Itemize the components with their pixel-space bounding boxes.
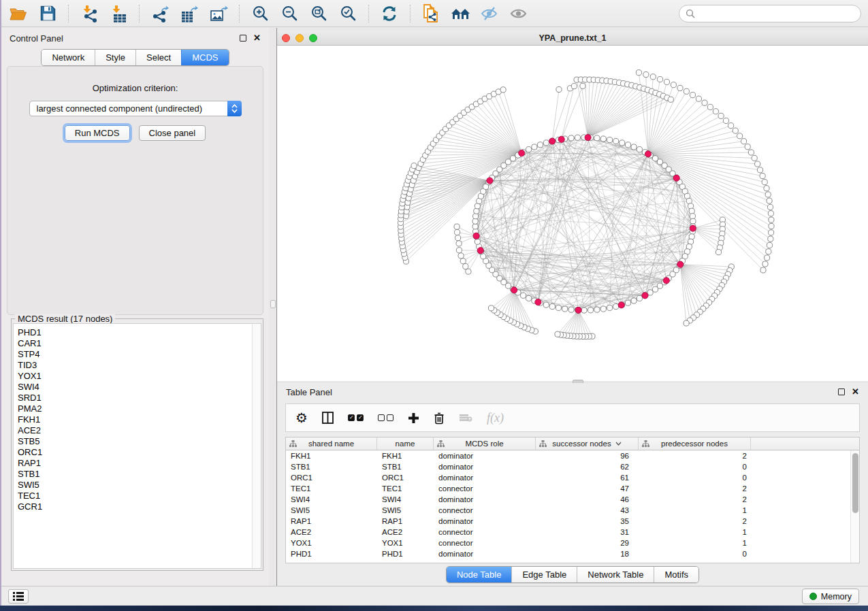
graph-node[interactable] — [755, 161, 760, 167]
close-panel-icon[interactable]: ✕ — [253, 35, 261, 42]
graph-node[interactable] — [690, 93, 695, 98]
first-neighbors-button[interactable] — [449, 3, 472, 24]
mcds-result-item[interactable]: PHD1 — [18, 327, 252, 338]
graph-node[interactable] — [472, 218, 478, 224]
mcds-result-item[interactable]: PMA2 — [18, 403, 252, 414]
graph-node[interactable] — [702, 100, 707, 105]
zoom-out-button[interactable] — [278, 3, 301, 24]
graph-node[interactable] — [707, 104, 713, 110]
graph-node[interactable] — [671, 82, 676, 88]
tab-style[interactable]: Style — [95, 50, 135, 65]
graph-node[interactable] — [526, 147, 532, 152]
graph-node[interactable] — [543, 140, 549, 146]
graph-node[interactable] — [625, 300, 630, 306]
table-row[interactable]: TEC1TEC1connector472 — [286, 483, 850, 494]
graph-node[interactable] — [562, 306, 568, 312]
table-scrollbar[interactable] — [850, 450, 859, 563]
mcds-result-item[interactable]: STB1 — [18, 469, 252, 480]
graph-node[interactable] — [769, 217, 774, 222]
graph-node[interactable] — [501, 163, 507, 168]
graph-node[interactable] — [607, 137, 613, 143]
graph-node[interactable] — [650, 74, 656, 80]
graph-dominator-node[interactable] — [549, 138, 556, 144]
tab-network[interactable]: Network — [42, 50, 95, 65]
graph-node[interactable] — [555, 331, 560, 337]
graph-dominator-node[interactable] — [511, 287, 517, 293]
graph-node[interactable] — [748, 150, 754, 155]
graph-dominator-node[interactable] — [477, 248, 483, 254]
graph-dominator-node[interactable] — [585, 135, 591, 141]
mcds-result-item[interactable]: SWI5 — [18, 480, 252, 491]
graph-node[interactable] — [766, 249, 771, 254]
graph-node[interactable] — [745, 144, 750, 150]
graph-node[interactable] — [631, 298, 637, 303]
graph-node[interactable] — [636, 70, 641, 76]
graph-node[interactable] — [613, 138, 619, 144]
graph-node[interactable] — [571, 84, 577, 89]
select-all-columns-button[interactable] — [348, 414, 364, 421]
tab-motifs[interactable]: Motifs — [654, 567, 698, 582]
mcds-result-item[interactable]: STP4 — [18, 349, 252, 360]
graph-node[interactable] — [594, 307, 600, 312]
graph-node[interactable] — [581, 308, 587, 313]
graph-node[interactable] — [475, 239, 480, 244]
graph-node[interactable] — [718, 113, 724, 118]
graph-node[interactable] — [458, 253, 464, 259]
graph-node[interactable] — [689, 234, 694, 240]
graph-node[interactable] — [510, 156, 515, 161]
graph-node[interactable] — [500, 87, 506, 93]
graph-node[interactable] — [411, 163, 417, 169]
graph-node[interactable] — [506, 283, 511, 288]
search-box[interactable] — [679, 5, 861, 22]
graph-node[interactable] — [600, 136, 606, 142]
graph-node[interactable] — [752, 155, 757, 161]
mcds-result-item[interactable]: YOX1 — [18, 371, 252, 382]
graph-node[interactable] — [460, 259, 466, 264]
mcds-result-item[interactable]: TEC1 — [18, 491, 252, 501]
graph-dominator-node[interactable] — [487, 178, 493, 184]
mcds-result-item[interactable]: CAR1 — [18, 338, 252, 349]
duplicate-network-button[interactable] — [419, 3, 443, 24]
column-header-MCDS-role[interactable]: MCDS role — [434, 437, 536, 450]
table-row[interactable]: FKH1FKH1dominator962 — [286, 450, 850, 461]
panel-menu-button[interactable] — [8, 589, 29, 604]
graph-node[interactable] — [580, 83, 585, 88]
memory-button[interactable]: Memory — [802, 589, 859, 604]
graph-node[interactable] — [657, 159, 662, 165]
table-row[interactable]: SWI4SWI4dominator462 — [286, 494, 850, 505]
graph-node[interactable] — [549, 303, 555, 309]
run-mcds-button[interactable]: Run MCDS — [65, 125, 130, 141]
float-panel-icon[interactable] — [838, 389, 845, 395]
mcds-result-item[interactable]: SWI4 — [18, 382, 252, 393]
graph-node[interactable] — [455, 229, 460, 235]
table-row[interactable]: PHD1PHD1dominator180 — [286, 548, 850, 559]
graph-node[interactable] — [737, 133, 743, 139]
table-row[interactable]: RAP1RAP1dominator352 — [286, 516, 850, 527]
graph-node[interactable] — [456, 241, 462, 246]
graph-node[interactable] — [760, 174, 765, 179]
graph-node[interactable] — [767, 204, 773, 210]
graph-node[interactable] — [588, 308, 593, 313]
graph-node[interactable] — [762, 261, 768, 267]
graph-node[interactable] — [568, 135, 574, 141]
graph-node[interactable] — [631, 144, 637, 150]
zoom-selected-button[interactable] — [336, 3, 359, 24]
table-row[interactable]: SWI5SWI5connector431 — [286, 505, 850, 516]
graph-node[interactable] — [728, 123, 734, 129]
graph-node[interactable] — [760, 267, 766, 273]
graph-node[interactable] — [625, 142, 630, 148]
graph-node[interactable] — [488, 306, 494, 311]
mcds-result-item[interactable]: SRD1 — [18, 393, 252, 403]
graph-node[interactable] — [677, 85, 683, 90]
graph-node[interactable] — [526, 295, 532, 301]
zoom-in-button[interactable] — [248, 3, 272, 24]
graph-node[interactable] — [668, 97, 673, 102]
splitter-handle[interactable] — [270, 300, 276, 308]
graph-node[interactable] — [765, 255, 770, 261]
graph-node[interactable] — [764, 186, 769, 191]
mcds-result-item[interactable]: TID3 — [18, 360, 252, 371]
graph-node[interactable] — [594, 135, 600, 141]
graph-node[interactable] — [556, 86, 562, 92]
tab-network-table[interactable]: Network Table — [577, 567, 654, 582]
graph-node[interactable] — [543, 302, 549, 308]
